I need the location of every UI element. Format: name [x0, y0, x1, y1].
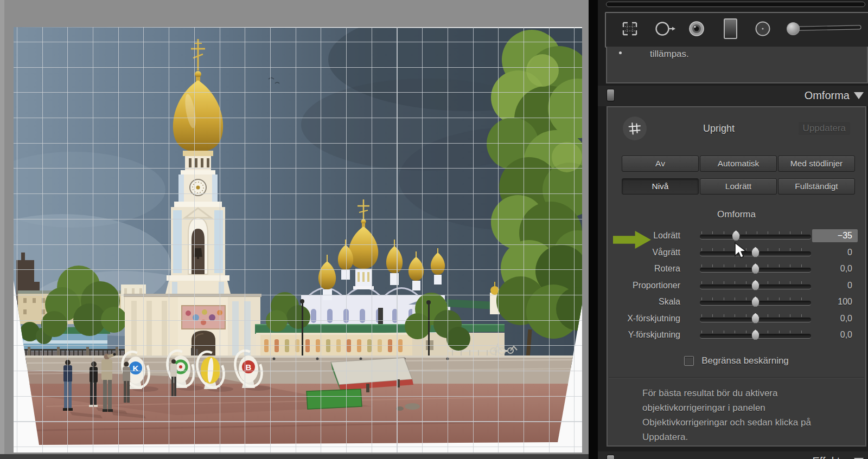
- slider-value[interactable]: 0: [812, 279, 858, 292]
- constrain-crop-checkbox[interactable]: [684, 356, 694, 366]
- mode-button-med-stodlinjer[interactable]: Med stödlinjer: [778, 156, 855, 172]
- update-button[interactable]: Uppdatera: [799, 122, 850, 135]
- slider-row-rotera: Rotera 0,0: [608, 261, 865, 277]
- mode-button-niva[interactable]: Nivå: [622, 178, 699, 195]
- egg-letter-b: B: [246, 363, 252, 372]
- toolstrip: [605, 12, 868, 48]
- window-left-edge: [0, 0, 4, 459]
- slider-label: Vågrätt: [608, 248, 690, 257]
- body-divider: [609, 377, 864, 378]
- person: [123, 362, 130, 403]
- mode-button-fullstandigt[interactable]: Fullständigt: [778, 178, 855, 195]
- slider-value[interactable]: 0,0: [812, 262, 858, 275]
- constrain-crop-label: Begränsa beskärning: [701, 355, 789, 366]
- red-eye-tool-icon[interactable]: [690, 22, 704, 36]
- slider-track[interactable]: [700, 230, 811, 242]
- upright-label: Upright: [684, 123, 754, 134]
- collapse-chevron-icon[interactable]: [854, 92, 864, 99]
- image-canvas: K: [14, 27, 582, 452]
- gate-mural: [182, 306, 225, 329]
- slider-label: Skala: [608, 297, 690, 307]
- slider-track[interactable]: [700, 296, 811, 308]
- canvas-bottom-bar: [0, 454, 598, 459]
- effects-panel-header[interactable]: Effekter: [598, 451, 868, 459]
- transform-panel-header[interactable]: Omforma: [598, 86, 868, 106]
- mode-button-automatisk[interactable]: Automatisk: [700, 156, 777, 172]
- upright-mode-buttons: Av Automatisk Med stödlinjer Nivå Lodrät…: [622, 156, 855, 195]
- adjustment-brush-icon[interactable]: [787, 23, 861, 35]
- slider-label: Rotera: [608, 264, 690, 274]
- right-tree: [487, 30, 582, 359]
- slider-label: Y-förskjutning: [608, 330, 690, 340]
- slider-track[interactable]: [700, 329, 811, 341]
- slider-label: X-förskjutning: [608, 314, 690, 324]
- slider-value[interactable]: 0,0: [812, 312, 858, 325]
- panel-title: Omforma: [805, 89, 850, 102]
- slider-row-skala: Skala 100: [608, 294, 865, 311]
- constrain-crop-row: Begränsa beskärning: [608, 355, 865, 366]
- egg-letter-k: K: [133, 364, 139, 373]
- panel-title: Effekter: [812, 455, 850, 459]
- slider-row-y-forskjutning: Y-förskjutning 0,0: [608, 327, 865, 344]
- photo-preview[interactable]: K: [14, 27, 582, 452]
- panel-scrollbar[interactable]: [606, 2, 865, 7]
- spot-removal-icon[interactable]: [656, 23, 676, 35]
- plaza: [14, 355, 582, 452]
- slider-groove: [700, 235, 811, 240]
- slider-track[interactable]: [700, 247, 811, 258]
- lens-panel-text: tillämpas.: [650, 49, 689, 60]
- lightroom-develop-window: K: [0, 0, 868, 459]
- slider-value[interactable]: 0,0: [812, 328, 858, 341]
- radial-filter-icon[interactable]: [756, 22, 770, 36]
- crop-tool-icon[interactable]: [623, 23, 636, 35]
- mode-button-av[interactable]: Av: [622, 156, 699, 172]
- slider-value[interactable]: 0: [812, 246, 858, 259]
- panel-switch-toggle[interactable]: [607, 455, 615, 459]
- slider-ticks: [701, 231, 809, 234]
- panel-divider[interactable]: [589, 0, 598, 459]
- slider-track[interactable]: [700, 313, 811, 325]
- slider-row-x-forskjutning: X-förskjutning 0,0: [608, 311, 865, 327]
- transform-panel-body: Upright Uppdatera Av Automatisk Med stöd…: [607, 106, 866, 447]
- slider-value[interactable]: −35: [812, 229, 858, 242]
- mode-button-lodratt[interactable]: Lodrätt: [700, 178, 777, 195]
- upright-hint-text: För bästa resultat bör du aktivera objek…: [642, 386, 846, 444]
- upright-tool-icon[interactable]: [623, 117, 647, 140]
- right-panel: tillämpas. Omforma Upright Uppdatera Av …: [598, 0, 868, 459]
- transform-section-title: Omforma: [608, 209, 865, 220]
- slider-track[interactable]: [700, 263, 811, 275]
- slider-row-proportioner: Proportioner 0: [608, 277, 865, 294]
- graduated-filter-icon[interactable]: [724, 19, 737, 38]
- lens-corrections-panel-tail: tillämpas.: [606, 47, 868, 83]
- note-bullet-icon: [619, 51, 622, 54]
- panel-switch-toggle[interactable]: [607, 89, 615, 101]
- slider-track[interactable]: [700, 280, 811, 292]
- slider-value[interactable]: 100: [812, 295, 858, 308]
- slider-label: Proportioner: [608, 281, 690, 290]
- mouse-cursor: [733, 242, 750, 260]
